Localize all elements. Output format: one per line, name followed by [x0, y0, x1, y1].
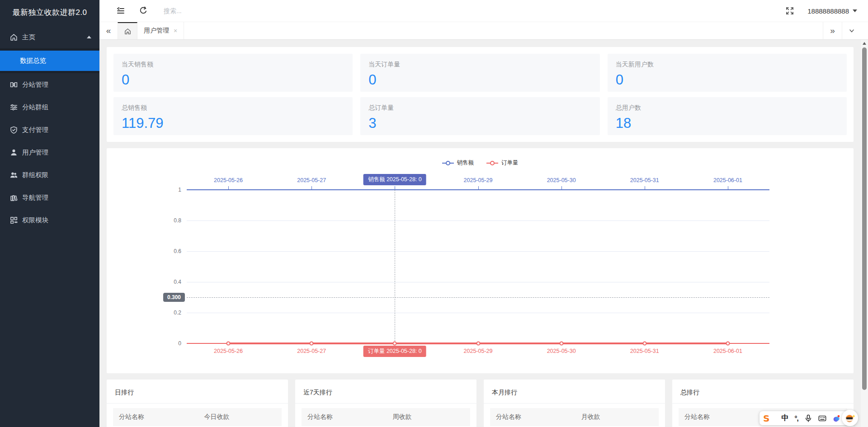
sidebar-item-label: 分站群组: [22, 103, 48, 112]
stat-value: 119.79: [122, 115, 344, 131]
user-menu[interactable]: 18888888888: [807, 7, 857, 15]
x-label-bottom: 2025-05-26: [214, 348, 243, 354]
users-icon: [10, 171, 18, 179]
sidebar-submenu: 数据总览: [0, 48, 99, 73]
fullscreen-icon[interactable]: [785, 6, 795, 16]
y-axis-label: 0.6: [174, 248, 181, 254]
modules-icon: [10, 216, 18, 224]
tabs-dropdown-icon[interactable]: [842, 22, 861, 39]
chart-legend: 销售额 订单量: [107, 159, 854, 167]
x-label-top: 2025-05-31: [630, 177, 659, 183]
stat-label: 总订单量: [368, 104, 591, 112]
gridline: [187, 313, 769, 313]
rank-panel-title: 近7天排行: [295, 380, 476, 404]
stat-card: 总订单量 3: [360, 97, 599, 135]
sidebar-item-3[interactable]: 支付管理: [0, 118, 99, 141]
stat-card: 当天销售额 0: [113, 54, 353, 92]
shield-check-icon: [10, 126, 18, 134]
top-navbar: 18888888888: [99, 0, 868, 22]
orders-data-point: [476, 342, 480, 346]
ranking-panels: 日排行 分站名称今日收款近7天排行 分站名称周收款本月排行 分站名称月收款总排行…: [107, 380, 854, 427]
x-axis-tick: [228, 186, 229, 190]
sidebar-item-label: 主页: [22, 33, 35, 42]
x-axis-tick: [645, 186, 645, 190]
rank-column-header: 分站名称: [679, 413, 710, 421]
rank-panel-title: 日排行: [107, 380, 288, 404]
stat-label: 当天订单量: [368, 61, 591, 69]
app-window: 最新独立收款进群2.0 主页数据总览 分站管理 分站群组 支付管理 用户管理 群…: [0, 0, 868, 427]
rank-column-header: 周收款: [392, 413, 411, 421]
sidebar: 最新独立收款进群2.0 主页数据总览 分站管理 分站群组 支付管理 用户管理 群…: [0, 0, 99, 427]
y-axis-label: 1: [178, 187, 181, 193]
x-label-top: 2025-05-30: [547, 177, 576, 183]
stat-value: 0: [368, 72, 591, 88]
x-label-top: 2025-06-01: [713, 177, 742, 183]
chinese-mode-icon[interactable]: 中: [781, 413, 788, 423]
stat-value: 0: [122, 72, 344, 88]
user-icon: [10, 149, 18, 156]
x-axis-tick: [311, 186, 312, 190]
sidebar-item-0[interactable]: 主页: [0, 26, 99, 48]
sidebar-item-7[interactable]: 权限模块: [0, 209, 99, 231]
sidebar-item-label: 导航管理: [22, 193, 48, 202]
sales-orders-chart[interactable]: 销售额 订单量 00.20.40.60.81 2025-05-26 2025-0…: [107, 148, 854, 373]
rank-panel-近7天排行: 近7天排行 分站名称周收款: [295, 380, 476, 427]
punctuation-icon[interactable]: °,: [794, 414, 798, 422]
legend-label: 订单量: [501, 159, 519, 167]
x-label-bottom: 2025-05-29: [464, 348, 493, 354]
voice-input-icon[interactable]: [804, 414, 812, 422]
vertical-scrollbar: [861, 40, 868, 427]
orders-data-point: [559, 342, 563, 346]
sales-axis-pointer-label: 销售额 2025-05-28: 0: [363, 174, 426, 185]
sidebar-item-label: 支付管理: [22, 126, 48, 134]
stat-value: 3: [368, 115, 591, 131]
tabs-scroll-right-icon[interactable]: »: [823, 22, 842, 39]
y-axis-label: 0.8: [174, 217, 181, 224]
legend-marker: [486, 161, 498, 165]
tab-close-icon[interactable]: ×: [174, 28, 177, 34]
rank-panel-日排行: 日排行 分站名称今日收款: [107, 380, 288, 427]
x-label-bottom: 2025-05-30: [547, 348, 576, 354]
books-icon: [10, 194, 18, 202]
tab-user-management[interactable]: 用户管理 ×: [137, 22, 184, 39]
sidebar-item-1[interactable]: 分站管理: [0, 73, 99, 96]
tabs-scroll-left-icon[interactable]: «: [99, 22, 118, 39]
search-input[interactable]: [164, 7, 263, 14]
sogou-logo-icon[interactable]: S: [763, 413, 769, 424]
gridline: [187, 251, 769, 252]
sidebar-item-6[interactable]: 导航管理: [0, 186, 99, 209]
orders-data-point: [226, 342, 231, 346]
y-axis-label: 0.4: [174, 279, 181, 285]
sidebar-item-5[interactable]: 群组权限: [0, 164, 99, 186]
orders-data-point: [642, 342, 646, 346]
tab-bar: « 用户管理 × »: [99, 22, 868, 40]
rank-panel-title: 总排行: [672, 380, 854, 404]
stats-panel: 当天销售额 0当天订单量 0当天新用户数 0总销售额 119.79总订单量 3总…: [107, 47, 854, 142]
stat-card: 总用户数 18: [608, 97, 847, 135]
sidebar-item-4[interactable]: 用户管理: [0, 141, 99, 164]
legend-item-订单量[interactable]: 订单量: [486, 159, 519, 167]
tab-label: 用户管理: [144, 27, 169, 35]
main-content: 当天销售额 0当天订单量 0当天新用户数 0总销售额 119.79总订单量 3总…: [99, 40, 861, 427]
emoji-panel-icon[interactable]: [842, 410, 858, 426]
stat-card: 当天订单量 0: [360, 54, 599, 92]
legend-item-销售额[interactable]: 销售额: [442, 159, 474, 167]
stat-card: 当天新用户数 0: [608, 54, 847, 92]
tab-home[interactable]: [118, 22, 137, 39]
chart-plot-area[interactable]: 00.20.40.60.81 2025-05-26 2025-05-26 202…: [187, 190, 769, 343]
scrollbar-up-arrow[interactable]: [861, 40, 868, 47]
orders-data-point: [310, 342, 314, 346]
sidebar-subitem-数据总览[interactable]: 数据总览: [0, 51, 99, 71]
gridline: [187, 282, 769, 282]
scrollbar-thumb[interactable]: [862, 47, 867, 390]
sidebar-item-2[interactable]: 分站群组: [0, 96, 99, 118]
gridline: [187, 221, 769, 221]
stat-label: 总销售额: [122, 104, 344, 112]
substation-icon: [10, 81, 18, 89]
refresh-icon[interactable]: [138, 6, 148, 16]
collapse-sidebar-icon[interactable]: [116, 6, 126, 16]
stat-value: 0: [616, 72, 839, 88]
soft-keyboard-icon[interactable]: [818, 414, 826, 422]
skin-theme-icon[interactable]: [832, 414, 840, 422]
sidebar-item-label: 权限模块: [22, 216, 48, 225]
